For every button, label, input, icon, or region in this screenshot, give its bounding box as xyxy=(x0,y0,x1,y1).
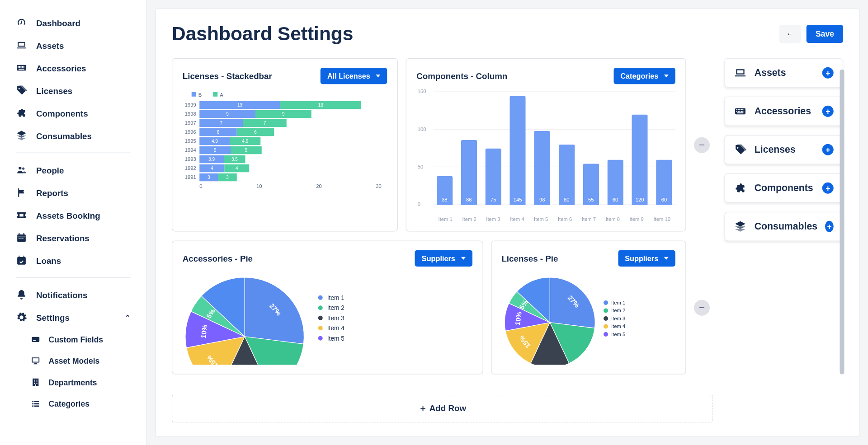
legend-item: Item 2 xyxy=(318,304,344,311)
svg-rect-26 xyxy=(32,337,39,342)
chart-bar: 80 xyxy=(559,145,575,205)
calendar-icon xyxy=(16,232,27,244)
svg-rect-12 xyxy=(19,69,24,70)
legend-item: Item 5 xyxy=(318,335,344,342)
chevron-down-icon xyxy=(461,257,465,260)
sidebar-item-licenses[interactable]: Licenses xyxy=(0,79,146,102)
sidebar-subitem-custom-fields[interactable]: Custom Fields xyxy=(0,329,146,351)
svg-rect-66 xyxy=(737,112,744,113)
widget-filter-dropdown[interactable]: Suppliers xyxy=(415,250,472,267)
layers-icon xyxy=(734,220,747,233)
gear-icon xyxy=(16,312,27,323)
sidebar-item-reservations[interactable]: Reservations xyxy=(0,226,146,249)
sidebar-item-reports[interactable]: Reports xyxy=(0,181,146,204)
sidebar-item-dashboard[interactable]: Dashboard xyxy=(0,11,146,34)
sidebar-subitem-asset-models[interactable]: Asset Models xyxy=(0,350,146,372)
chart-bar: 86 xyxy=(461,140,477,205)
svg-rect-10 xyxy=(22,67,23,68)
widget-title: Accessories - Pie xyxy=(183,253,253,263)
back-button[interactable]: ← xyxy=(779,24,801,42)
svg-rect-17 xyxy=(17,236,26,237)
widget-filter-dropdown[interactable]: Categories xyxy=(613,68,675,84)
people-icon xyxy=(16,164,27,176)
nav-divider xyxy=(16,153,131,153)
palette-item-label: Consumables xyxy=(755,221,817,232)
scrollbar[interactable] xyxy=(840,70,844,375)
svg-rect-0 xyxy=(19,43,24,46)
palette-item-accessories[interactable]: Accessories+ xyxy=(725,97,844,126)
chevron-down-icon xyxy=(664,257,669,260)
svg-rect-39 xyxy=(35,384,36,386)
svg-rect-9 xyxy=(20,67,21,68)
svg-rect-40 xyxy=(32,401,33,402)
pie-chart: 27%15%10%5% Item 1Item 2Item 3Item 4Item… xyxy=(183,275,472,365)
sidebar-item-accessories[interactable]: Accessories xyxy=(0,56,146,79)
palette-item-label: Licenses xyxy=(755,144,796,155)
axis-label: Item 3 xyxy=(486,216,500,222)
svg-rect-19 xyxy=(24,233,24,235)
add-row-button[interactable]: ＋ Add Row xyxy=(172,395,713,422)
palette-item-label: Components xyxy=(755,183,813,194)
widget-filter-dropdown[interactable]: All Licenses xyxy=(321,68,387,84)
svg-rect-35 xyxy=(34,381,35,382)
sidebar-item-loans[interactable]: Loans xyxy=(0,249,146,272)
palette-item-consumables[interactable]: Consumables+ xyxy=(725,212,844,241)
sidebar-item-label: Custom Fields xyxy=(49,335,104,344)
widget-licenses-pie[interactable]: Licenses - Pie Suppliers 27%15%10%5% Ite… xyxy=(491,241,686,375)
axis-label: Item 2 xyxy=(462,216,476,222)
sidebar-item-components[interactable]: Components xyxy=(0,102,146,124)
sidebar-subitem-categories[interactable]: Categories xyxy=(0,393,146,415)
chart-bar-row: 199244 xyxy=(183,164,387,173)
list-icon xyxy=(31,399,41,409)
palette-item-licenses[interactable]: Licenses+ xyxy=(725,135,844,164)
chart-bar: 60 xyxy=(608,160,623,205)
svg-rect-23 xyxy=(17,257,26,265)
axis-label: Item 6 xyxy=(558,216,572,222)
svg-rect-5 xyxy=(22,66,23,67)
palette-item-components[interactable]: Components+ xyxy=(725,173,844,203)
sidebar-item-consumables[interactable]: Consumables xyxy=(0,124,146,147)
svg-rect-27 xyxy=(33,340,36,341)
chart-bar: 38 xyxy=(437,176,453,205)
remove-row-button[interactable]: − xyxy=(694,300,710,315)
svg-rect-3 xyxy=(19,66,20,67)
svg-rect-34 xyxy=(37,380,38,381)
monitor-icon xyxy=(31,356,41,366)
sidebar-item-label: Accessories xyxy=(36,63,86,72)
svg-rect-57 xyxy=(738,109,739,110)
widget-licenses-stackedbar[interactable]: Licenses - Stackedbar All Licenses BA 19… xyxy=(172,58,398,232)
widget-filter-dropdown[interactable]: Suppliers xyxy=(618,250,675,267)
sidebar-item-notifications[interactable]: Notifications xyxy=(0,284,146,306)
svg-rect-18 xyxy=(19,233,19,235)
sidebar-item-label: Assets xyxy=(36,40,64,50)
svg-rect-30 xyxy=(34,363,37,364)
svg-rect-15 xyxy=(19,214,23,216)
arrow-left-icon: ← xyxy=(786,29,794,38)
bell-icon xyxy=(16,289,27,300)
svg-rect-56 xyxy=(736,109,737,110)
palette-item-label: Accessories xyxy=(755,106,811,117)
sidebar-item-assets-booking[interactable]: Assets Booking xyxy=(0,204,146,226)
svg-rect-45 xyxy=(34,406,39,407)
legend-item: Item 4 xyxy=(603,323,625,329)
sidebar-subitem-departments[interactable]: Departments xyxy=(0,372,146,393)
chart-bar-row: 19954.94.9 xyxy=(183,137,387,145)
widget-components-column[interactable]: Components - Column Categories 050100150… xyxy=(406,58,686,232)
svg-rect-4 xyxy=(20,66,21,67)
sidebar-item-label: Categories xyxy=(49,399,90,408)
widget-row: Accessories - Pie Suppliers 27%15%10%5% … xyxy=(172,241,710,375)
chart-bar-row: 199133 xyxy=(183,173,387,182)
svg-rect-33 xyxy=(34,380,35,381)
plus-icon: ＋ xyxy=(419,403,427,413)
sidebar-item-people[interactable]: People xyxy=(0,159,146,181)
widget-accessories-pie[interactable]: Accessories - Pie Suppliers 27%15%10%5% … xyxy=(172,241,483,375)
save-button[interactable]: Save xyxy=(807,24,843,42)
palette-item-assets[interactable]: Assets+ xyxy=(725,58,844,88)
chart-bar-row: 19933.93.5 xyxy=(183,155,387,164)
sidebar-item-settings[interactable]: Settings⌃ xyxy=(0,306,146,329)
axis-label: Item 10 xyxy=(653,216,670,222)
svg-rect-43 xyxy=(34,403,39,404)
sidebar-item-assets[interactable]: Assets xyxy=(0,34,146,56)
remove-row-button[interactable]: − xyxy=(694,137,710,153)
chart-bar-row: 199666 xyxy=(183,128,387,136)
